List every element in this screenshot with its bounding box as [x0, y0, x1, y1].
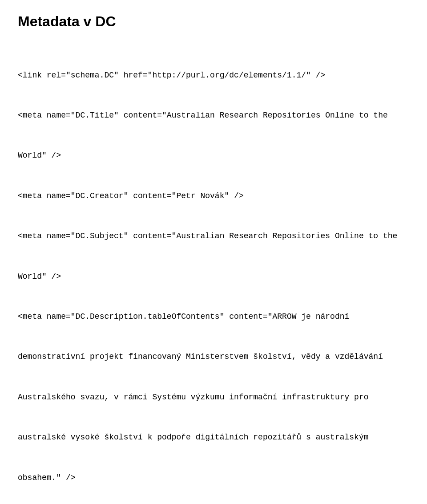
- line-desc-1: <meta name="DC.Description.tableOfConten…: [18, 310, 409, 323]
- line-desc-4: australské vysoké školství k podpoře dig…: [18, 431, 409, 444]
- metadata-content: <link rel="schema.DC" href="http://purl.…: [18, 43, 409, 504]
- line-link: <link rel="schema.DC" href="http://purl.…: [18, 69, 409, 82]
- page-title: Metadata v DC: [18, 13, 409, 30]
- line-creator: <meta name="DC.Creator" content="Petr No…: [18, 190, 409, 203]
- line-title-1: <meta name="DC.Title" content="Australia…: [18, 109, 409, 122]
- line-desc-5: obsahem." />: [18, 471, 409, 484]
- line-desc-3: Australského svazu, v rámci Systému výzk…: [18, 391, 409, 404]
- line-desc-2: demonstrativní projekt financovaný Minis…: [18, 350, 409, 363]
- line-title-2: World" />: [18, 149, 409, 162]
- line-subject-1: <meta name="DC.Subject" content="Austral…: [18, 230, 409, 243]
- line-subject-2: World" />: [18, 270, 409, 283]
